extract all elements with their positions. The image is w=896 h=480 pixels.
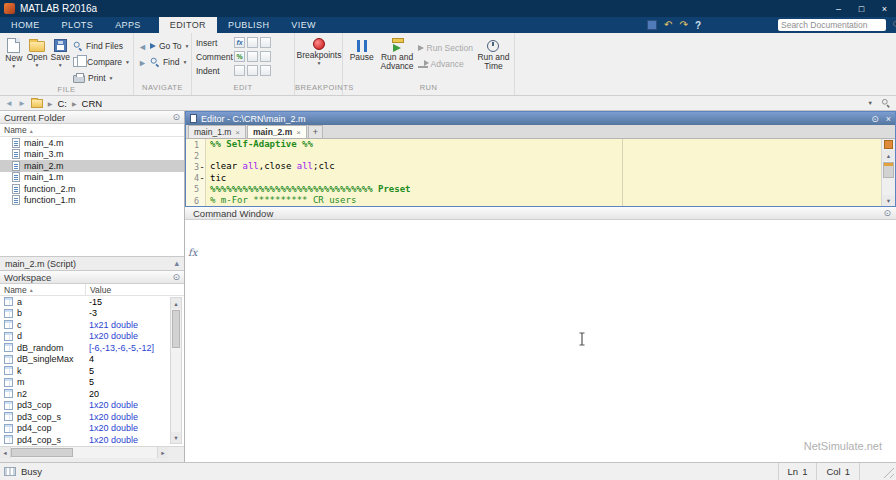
insert-fx-icon[interactable]: fx — [234, 37, 245, 48]
comment-block-icon[interactable] — [260, 51, 271, 62]
workspace-row[interactable]: pd4_cop1x20 double — [0, 423, 184, 435]
quick-save-icon[interactable] — [647, 20, 657, 30]
address-search-icon[interactable] — [882, 99, 890, 107]
scrollbar-track[interactable] — [73, 447, 157, 458]
panel-menu-icon[interactable]: ⊙ — [871, 114, 879, 124]
undo-icon[interactable]: ↶ — [664, 20, 672, 30]
editor-body[interactable]: 123-4-56 %% Self-Adaptive %%clear all,cl… — [186, 139, 895, 206]
editor-vertical-scrollbar[interactable]: ▲ ▼ — [881, 139, 895, 206]
forward-icon[interactable]: ► — [18, 99, 26, 108]
insert-section-icon[interactable] — [247, 37, 258, 48]
forward-icon[interactable]: ► — [138, 57, 147, 69]
file-row[interactable]: main_2.m — [0, 160, 184, 172]
scroll-down-icon[interactable]: ▼ — [882, 195, 895, 206]
file-row[interactable]: function_1.m — [0, 195, 184, 207]
find-button[interactable]: Find ▼ — [150, 56, 189, 68]
scrollbar-track[interactable] — [171, 349, 181, 432]
file-row[interactable]: main_4.m — [0, 137, 184, 149]
ribbon-tab-home[interactable]: HOME — [0, 17, 51, 33]
file-row[interactable]: main_3.m — [0, 149, 184, 161]
close-button[interactable]: × — [873, 0, 896, 17]
compare-button[interactable]: Compare ▼ — [73, 56, 130, 68]
panel-menu-icon[interactable]: ⊙ — [172, 273, 180, 282]
breadcrumb-drive[interactable]: C: — [57, 98, 67, 109]
scrollbar-thumb[interactable] — [172, 310, 180, 348]
open-button[interactable]: Open ▼ — [27, 36, 48, 68]
command-window-header[interactable]: Command Window ⊙ — [185, 207, 896, 220]
breakpoint-dash[interactable]: - — [199, 173, 205, 183]
search-documentation-box[interactable] — [778, 19, 886, 31]
breakpoints-button[interactable]: Breakpoints ▼ — [297, 36, 341, 66]
pause-button[interactable]: Pause — [347, 36, 377, 62]
insert-function-icon[interactable] — [260, 37, 271, 48]
close-tab-icon[interactable]: × — [235, 128, 240, 137]
go-to-button[interactable]: Go To ▼ — [150, 40, 189, 52]
run-and-time-button[interactable]: Run andTime — [476, 36, 511, 72]
workspace-row[interactable]: pd4_cop_s1x20 double — [0, 434, 184, 446]
resize-grip[interactable] — [881, 465, 894, 478]
indent-left-icon[interactable] — [247, 65, 258, 76]
code-lines[interactable]: %% Self-Adaptive %%clear all,close all;c… — [206, 139, 895, 206]
workspace-row[interactable]: k5 — [0, 365, 184, 377]
panel-menu-icon[interactable]: ⊙ — [172, 113, 180, 122]
workspace-row[interactable]: d1x20 double — [0, 331, 184, 343]
print-button[interactable]: Print ▼ — [73, 72, 130, 84]
uncomment-icon[interactable] — [247, 51, 258, 62]
scrollbar-thumb[interactable] — [11, 448, 73, 457]
workspace-row[interactable]: dB_random[-6,-13,-6,-5,-12] — [0, 342, 184, 354]
close-panel-icon[interactable]: × — [886, 114, 891, 124]
file-row[interactable]: main_1.m — [0, 172, 184, 184]
new-tab-button[interactable]: + — [308, 125, 323, 138]
fx-icon[interactable]: fx — [188, 247, 197, 258]
details-bar[interactable]: main_2.m (Script) ▴ — [0, 256, 184, 271]
editor-tab-main_2-m[interactable]: main_2.m× — [247, 125, 307, 138]
comment-icon[interactable]: % — [234, 51, 245, 62]
current-folder-column-header[interactable]: Name ▴ — [0, 124, 184, 137]
file-row[interactable]: function_2.m — [0, 183, 184, 195]
smart-indent-icon[interactable] — [234, 65, 245, 76]
ribbon-tab-view[interactable]: VIEW — [280, 17, 327, 33]
new-button[interactable]: New ▼ — [4, 36, 24, 69]
workspace-vertical-scrollbar[interactable]: ▲ ▼ — [170, 297, 182, 444]
run-section-button[interactable]: Run Section — [418, 42, 473, 54]
ribbon-tab-editor[interactable]: EDITOR — [159, 17, 217, 33]
scroll-down-icon[interactable]: ▼ — [171, 432, 181, 443]
scroll-left-icon[interactable]: ◄ — [0, 447, 11, 458]
workspace-row[interactable]: pd3_cop_s1x20 double — [0, 411, 184, 423]
workspace-row[interactable]: dB_singleMax4 — [0, 354, 184, 366]
collapse-details-icon[interactable]: ▴ — [174, 259, 179, 268]
scroll-up-icon[interactable]: ▲ — [171, 298, 181, 309]
minimize-button[interactable]: – — [827, 0, 850, 17]
code-analyzer-marker[interactable] — [884, 163, 893, 166]
panel-menu-icon[interactable]: ⊙ — [883, 209, 891, 218]
indent-right-icon[interactable] — [260, 65, 271, 76]
find-files-button[interactable]: Find Files — [73, 40, 130, 52]
ribbon-tab-plots[interactable]: PLOTS — [51, 17, 105, 33]
back-icon[interactable]: ◄ — [138, 41, 147, 53]
code-analyzer-indicator[interactable] — [884, 140, 893, 149]
address-dropdown-icon[interactable]: ▼ — [868, 100, 873, 106]
workspace-row[interactable]: pd3_cop1x20 double — [0, 400, 184, 412]
maximize-button[interactable]: □ — [850, 0, 873, 17]
up-folder-icon[interactable] — [31, 99, 43, 108]
run-and-advance-button[interactable]: Run andAdvance — [380, 36, 415, 72]
workspace-row[interactable]: a-15 — [0, 296, 184, 308]
workspace-row[interactable]: b-3 — [0, 308, 184, 320]
scrollbar-track[interactable] — [882, 179, 895, 195]
scroll-up-icon[interactable]: ▲ — [882, 150, 895, 161]
command-window-body[interactable]: fx NetSimulate.net — [185, 220, 896, 462]
ribbon-tab-publish[interactable]: PUBLISH — [217, 17, 280, 33]
workspace-row[interactable]: c1x21 double — [0, 319, 184, 331]
scroll-right-icon[interactable]: ► — [157, 447, 168, 458]
redo-icon[interactable]: ↷ — [680, 20, 688, 30]
back-icon[interactable]: ◄ — [5, 99, 13, 108]
workspace-horizontal-scrollbar[interactable]: ◄ ► — [0, 446, 168, 458]
save-button[interactable]: Save ▼ — [50, 36, 70, 68]
editor-title-bar[interactable]: Editor - C:\CRN\main_2.m ⊙ × — [186, 112, 895, 125]
ribbon-tab-apps[interactable]: APPS — [104, 17, 152, 33]
close-tab-icon[interactable]: × — [296, 128, 301, 137]
workspace-column-header[interactable]: Name ▴ Value — [0, 284, 184, 296]
help-icon[interactable]: ? — [695, 20, 701, 31]
workspace-row[interactable]: n220 — [0, 388, 184, 400]
search-documentation-input[interactable] — [781, 20, 892, 30]
